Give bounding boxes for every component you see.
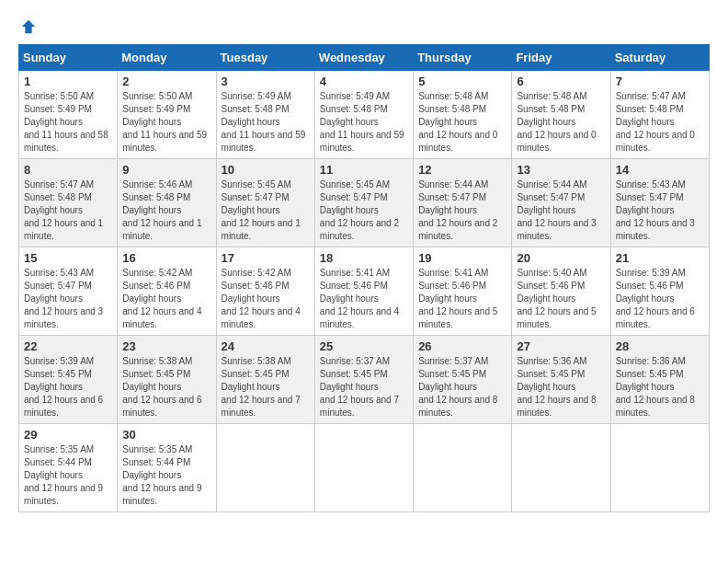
calendar-cell: 17Sunrise: 5:42 AMSunset: 5:46 PMDayligh… — [216, 247, 314, 336]
calendar-week-row: 15Sunrise: 5:43 AMSunset: 5:47 PMDayligh… — [19, 247, 710, 336]
calendar-cell: 11Sunrise: 5:45 AMSunset: 5:47 PMDayligh… — [314, 159, 413, 247]
day-number: 2 — [122, 75, 210, 88]
calendar-cell: 6Sunrise: 5:48 AMSunset: 5:48 PMDaylight… — [512, 71, 610, 159]
day-number: 4 — [320, 75, 408, 88]
day-info: Sunrise: 5:44 AMSunset: 5:47 PMDaylight … — [517, 178, 605, 243]
day-info: Sunrise: 5:39 AMSunset: 5:46 PMDaylight … — [616, 267, 704, 331]
day-number: 18 — [320, 251, 408, 265]
day-number: 22 — [24, 339, 112, 353]
calendar-week-row: 1Sunrise: 5:50 AMSunset: 5:49 PMDaylight… — [19, 71, 710, 159]
calendar-cell: 21Sunrise: 5:39 AMSunset: 5:46 PMDayligh… — [610, 247, 709, 336]
day-info: Sunrise: 5:49 AMSunset: 5:48 PMDaylight … — [320, 90, 408, 155]
day-info: Sunrise: 5:43 AMSunset: 5:47 PMDaylight … — [24, 267, 112, 331]
calendar-cell — [314, 424, 413, 512]
day-number: 30 — [122, 428, 210, 442]
calendar-cell: 13Sunrise: 5:44 AMSunset: 5:47 PMDayligh… — [512, 159, 610, 247]
day-info: Sunrise: 5:42 AMSunset: 5:46 PMDaylight … — [222, 267, 310, 331]
day-number: 15 — [24, 251, 112, 265]
day-info: Sunrise: 5:41 AMSunset: 5:46 PMDaylight … — [320, 267, 408, 331]
day-info: Sunrise: 5:35 AMSunset: 5:44 PMDaylight … — [122, 443, 210, 508]
day-number: 12 — [418, 163, 506, 177]
day-info: Sunrise: 5:48 AMSunset: 5:48 PMDaylight … — [418, 90, 506, 155]
day-info: Sunrise: 5:47 AMSunset: 5:48 PMDaylight … — [616, 90, 704, 155]
calendar-cell: 26Sunrise: 5:37 AMSunset: 5:45 PMDayligh… — [414, 336, 512, 424]
day-info: Sunrise: 5:36 AMSunset: 5:45 PMDaylight … — [616, 355, 704, 419]
calendar-cell — [414, 424, 512, 512]
calendar-cell: 28Sunrise: 5:36 AMSunset: 5:45 PMDayligh… — [610, 336, 709, 424]
calendar-cell: 15Sunrise: 5:43 AMSunset: 5:47 PMDayligh… — [19, 247, 118, 336]
calendar-cell: 29Sunrise: 5:35 AMSunset: 5:44 PMDayligh… — [19, 424, 118, 512]
day-number: 14 — [616, 163, 704, 177]
day-info: Sunrise: 5:40 AMSunset: 5:46 PMDaylight … — [517, 267, 605, 331]
calendar-cell: 24Sunrise: 5:38 AMSunset: 5:45 PMDayligh… — [216, 336, 314, 424]
day-number: 13 — [517, 163, 605, 177]
calendar-week-row: 29Sunrise: 5:35 AMSunset: 5:44 PMDayligh… — [19, 424, 710, 512]
day-number: 27 — [517, 339, 605, 353]
day-info: Sunrise: 5:45 AMSunset: 5:47 PMDaylight … — [320, 178, 408, 243]
day-number: 16 — [122, 251, 210, 265]
calendar-cell: 2Sunrise: 5:50 AMSunset: 5:49 PMDaylight… — [118, 71, 216, 159]
day-info: Sunrise: 5:50 AMSunset: 5:49 PMDaylight … — [24, 90, 112, 155]
calendar-cell: 18Sunrise: 5:41 AMSunset: 5:46 PMDayligh… — [314, 247, 413, 336]
day-number: 11 — [320, 163, 408, 177]
calendar-week-row: 8Sunrise: 5:47 AMSunset: 5:48 PMDaylight… — [19, 159, 710, 247]
col-friday: Friday — [512, 45, 610, 71]
calendar-cell: 30Sunrise: 5:35 AMSunset: 5:44 PMDayligh… — [118, 424, 216, 512]
logo-icon — [20, 18, 37, 35]
calendar-cell: 12Sunrise: 5:44 AMSunset: 5:47 PMDayligh… — [414, 159, 512, 247]
day-info: Sunrise: 5:37 AMSunset: 5:45 PMDaylight … — [320, 355, 408, 419]
day-number: 6 — [517, 75, 605, 88]
calendar-cell: 23Sunrise: 5:38 AMSunset: 5:45 PMDayligh… — [118, 336, 216, 424]
calendar-cell: 19Sunrise: 5:41 AMSunset: 5:46 PMDayligh… — [414, 247, 512, 336]
col-monday: Monday — [118, 45, 216, 71]
calendar-cell: 8Sunrise: 5:47 AMSunset: 5:48 PMDaylight… — [19, 159, 118, 247]
day-info: Sunrise: 5:41 AMSunset: 5:46 PMDaylight … — [418, 267, 506, 331]
day-number: 19 — [418, 251, 506, 265]
calendar-cell: 4Sunrise: 5:49 AMSunset: 5:48 PMDaylight… — [314, 71, 413, 159]
day-info: Sunrise: 5:48 AMSunset: 5:48 PMDaylight … — [517, 90, 605, 155]
day-number: 10 — [222, 163, 310, 177]
day-number: 25 — [320, 339, 408, 353]
day-number: 5 — [418, 75, 506, 88]
day-number: 26 — [418, 339, 506, 353]
calendar-week-row: 22Sunrise: 5:39 AMSunset: 5:45 PMDayligh… — [19, 336, 710, 424]
calendar-cell: 1Sunrise: 5:50 AMSunset: 5:49 PMDaylight… — [19, 71, 118, 159]
calendar-header-row: Sunday Monday Tuesday Wednesday Thursday… — [19, 45, 710, 71]
calendar-cell — [512, 424, 610, 512]
day-info: Sunrise: 5:43 AMSunset: 5:47 PMDaylight … — [616, 178, 704, 243]
col-wednesday: Wednesday — [314, 45, 413, 71]
day-number: 21 — [616, 251, 704, 265]
day-info: Sunrise: 5:50 AMSunset: 5:49 PMDaylight … — [122, 90, 210, 155]
svg-marker-0 — [22, 20, 35, 33]
day-number: 8 — [24, 163, 112, 177]
day-number: 9 — [122, 163, 210, 177]
day-info: Sunrise: 5:49 AMSunset: 5:48 PMDaylight … — [222, 90, 310, 155]
calendar-table: Sunday Monday Tuesday Wednesday Thursday… — [18, 44, 710, 512]
calendar-cell: 7Sunrise: 5:47 AMSunset: 5:48 PMDaylight… — [610, 71, 709, 159]
day-info: Sunrise: 5:45 AMSunset: 5:47 PMDaylight … — [222, 178, 310, 243]
day-number: 29 — [24, 428, 112, 442]
day-number: 7 — [616, 75, 704, 88]
day-info: Sunrise: 5:42 AMSunset: 5:46 PMDaylight … — [122, 267, 210, 331]
day-info: Sunrise: 5:46 AMSunset: 5:48 PMDaylight … — [122, 178, 210, 243]
day-info: Sunrise: 5:44 AMSunset: 5:47 PMDaylight … — [418, 178, 506, 243]
calendar-cell — [610, 424, 709, 512]
day-info: Sunrise: 5:38 AMSunset: 5:45 PMDaylight … — [122, 355, 210, 419]
col-tuesday: Tuesday — [216, 45, 314, 71]
day-info: Sunrise: 5:47 AMSunset: 5:48 PMDaylight … — [24, 178, 112, 243]
calendar-body: 1Sunrise: 5:50 AMSunset: 5:49 PMDaylight… — [19, 71, 710, 512]
calendar-cell: 3Sunrise: 5:49 AMSunset: 5:48 PMDaylight… — [216, 71, 314, 159]
calendar-cell: 22Sunrise: 5:39 AMSunset: 5:45 PMDayligh… — [19, 336, 118, 424]
calendar-cell: 9Sunrise: 5:46 AMSunset: 5:48 PMDaylight… — [118, 159, 216, 247]
day-number: 1 — [24, 75, 112, 88]
col-saturday: Saturday — [610, 45, 709, 71]
calendar-cell: 10Sunrise: 5:45 AMSunset: 5:47 PMDayligh… — [216, 159, 314, 247]
day-number: 20 — [517, 251, 605, 265]
calendar-cell — [216, 424, 314, 512]
col-sunday: Sunday — [19, 45, 118, 71]
calendar-cell: 14Sunrise: 5:43 AMSunset: 5:47 PMDayligh… — [610, 159, 709, 247]
logo — [18, 18, 37, 35]
col-thursday: Thursday — [414, 45, 512, 71]
calendar-cell: 5Sunrise: 5:48 AMSunset: 5:48 PMDaylight… — [414, 71, 512, 159]
day-number: 28 — [616, 339, 704, 353]
